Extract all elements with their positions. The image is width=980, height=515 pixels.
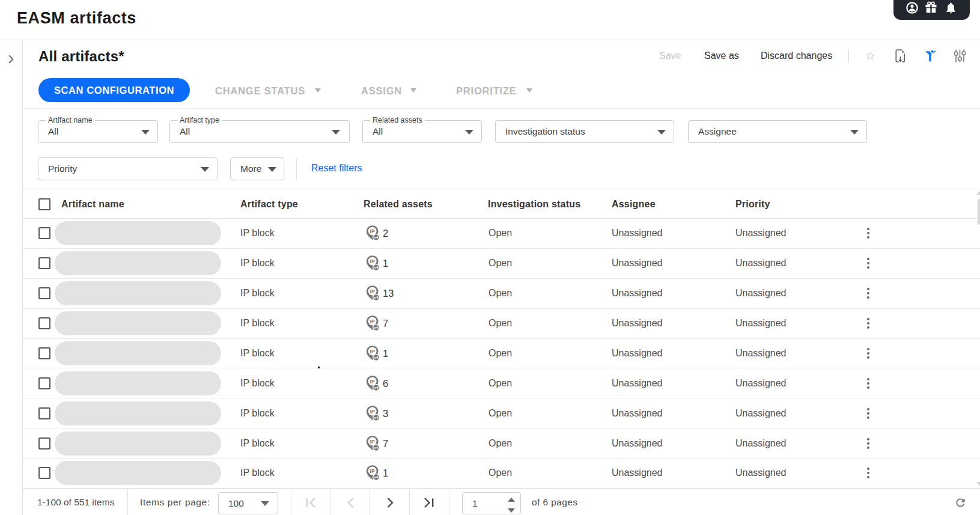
- svg-text:IP: IP: [370, 468, 375, 474]
- svg-text:v4: v4: [374, 296, 379, 299]
- svg-text:v4: v4: [374, 266, 379, 270]
- svg-text:IP: IP: [370, 318, 375, 325]
- svg-text:IP: IP: [370, 288, 375, 294]
- svg-text:v4: v4: [374, 356, 379, 359]
- svg-text:v4: v4: [374, 236, 379, 240]
- svg-text:v4: v4: [374, 476, 379, 480]
- svg-text:IP: IP: [370, 228, 375, 234]
- svg-text:IP: IP: [370, 408, 375, 414]
- svg-text:v4: v4: [374, 386, 379, 389]
- svg-text:v4: v4: [374, 326, 379, 329]
- svg-text:v4: v4: [374, 416, 379, 419]
- svg-text:IP: IP: [370, 258, 375, 264]
- svg-text:IP: IP: [370, 348, 375, 354]
- svg-text:v4: v4: [374, 446, 379, 449]
- svg-text:IP: IP: [370, 438, 375, 444]
- svg-text:IP: IP: [370, 378, 375, 384]
